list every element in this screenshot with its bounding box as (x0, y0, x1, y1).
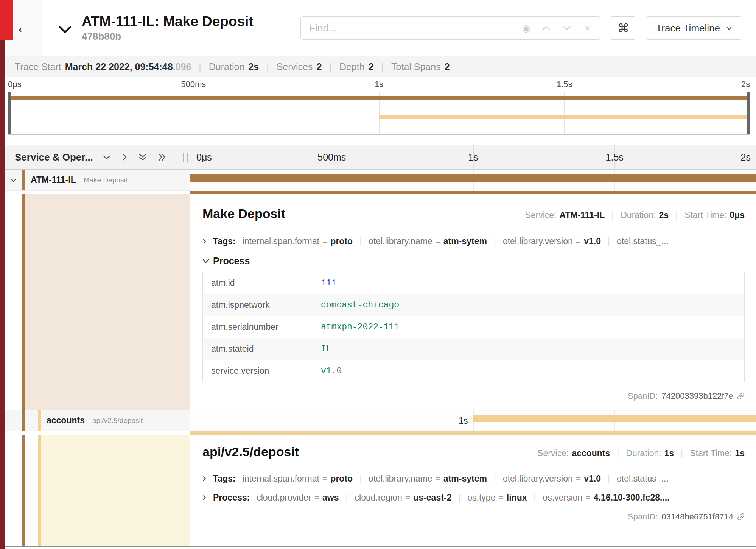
trace-start-fraction: .096 (173, 61, 191, 72)
chevron-down-icon[interactable] (103, 155, 110, 160)
tag-item: os.type=linux (467, 493, 527, 503)
minimap-right-drag-handle[interactable] (747, 92, 750, 134)
separator (381, 61, 384, 72)
tags-toggle-row[interactable]: › Tags: internal.span.format=proto otel.… (202, 229, 745, 250)
service-label: Service: (525, 210, 556, 220)
timeline-tick: 0μs (196, 152, 212, 163)
service-column-header: Service & Oper... (5, 145, 190, 169)
table-row: service.version v1.0 (203, 360, 745, 382)
span-detail-top-border (5, 191, 756, 194)
service-value: accounts (572, 448, 610, 459)
next-match-icon[interactable] (557, 25, 577, 31)
minimap-canvas[interactable] (8, 92, 750, 135)
trace-timeline-page: ← ATM-111-IL: Make Deposit 478b80b ◉ (0, 0, 756, 549)
separator (617, 448, 619, 459)
service-label: Service: (537, 448, 569, 459)
parent-span-color-bar (22, 435, 25, 546)
spanid-value: 742003393b122f7e (661, 391, 733, 401)
window-corner-block (0, 0, 13, 40)
keyboard-shortcuts-button[interactable]: ⌘ (610, 16, 636, 40)
span-detail-titlebar: api/v2.5/deposit Service: accounts Durat… (202, 445, 745, 467)
duration-value: 2s (659, 210, 669, 220)
timeline-column-header: 0μs 500ms 1s 1.5s 2s (190, 145, 756, 169)
span-color-bar (22, 194, 25, 410)
chevron-down-icon (202, 259, 213, 264)
find-box: ◉ × (300, 16, 600, 40)
tags-label: Tags: (213, 474, 236, 484)
grid-header-icons (103, 153, 166, 161)
find-icons: ◉ × (513, 17, 600, 39)
process-toggle-row[interactable]: › Process: cloud.provider=aws cloud.regi… (202, 486, 745, 505)
tag-item: otel.library.name=atm-sytem (369, 236, 487, 246)
tags-label: Tags: (213, 236, 236, 246)
prev-match-icon[interactable] (536, 25, 557, 31)
separator (359, 236, 362, 246)
gridline (332, 410, 332, 431)
trace-title: ATM-111-IL: Make Deposit (82, 14, 254, 30)
timeline-tick: 1.5s (606, 152, 624, 163)
timeline-tick: 2s (741, 152, 751, 163)
span-duration-bar[interactable] (473, 415, 756, 422)
span-detail-left-gutter (5, 194, 190, 410)
tag-item: otel.library.version=v1.0 (503, 474, 601, 484)
timeline-tick: 1s (468, 152, 478, 163)
start-time-value: 0μs (730, 210, 745, 220)
tag-item: cloud.region=us-east-2 (355, 493, 452, 503)
tag-item: internal.span.format=proto (243, 474, 353, 484)
chevron-right-icon: › (202, 473, 213, 482)
total-spans-value: 2 (445, 61, 450, 72)
span-row-accounts[interactable]: accounts api/v2.5/deposit 1s (5, 410, 756, 431)
column-resizer-handle[interactable] (183, 153, 188, 162)
service-value: ATM-111-IL (560, 210, 605, 220)
focus-matches-icon[interactable]: ◉ (516, 23, 536, 34)
span-collapse-chevron-icon[interactable] (10, 178, 17, 182)
span-color-fill (41, 435, 190, 546)
span-service-name: accounts (47, 415, 85, 426)
trace-view-dropdown[interactable]: Trace Timeline (646, 16, 742, 40)
span-detail-meta: Service: accounts Duration: 1s Start Tim… (537, 448, 745, 459)
back-arrow-icon: ← (15, 18, 33, 36)
span-detail-left-gutter (5, 435, 190, 546)
span-color-bar (38, 410, 41, 431)
separator (266, 61, 269, 72)
find-input[interactable] (301, 17, 513, 39)
separator (359, 474, 362, 484)
depth-label: Depth (339, 61, 365, 72)
span-detail-top-border (5, 431, 756, 435)
span-color-fill (25, 194, 190, 410)
span-row-atm[interactable]: ATM-111-IL Make Deposit (5, 170, 756, 191)
trace-start-label: Trace Start (15, 61, 61, 72)
trace-header: ← ATM-111-IL: Make Deposit 478b80b ◉ (5, 0, 756, 56)
minimap-left-drag-handle[interactable] (8, 92, 11, 134)
process-toggle-row[interactable]: Process (202, 250, 745, 272)
command-icon: ⌘ (618, 21, 629, 35)
span-bar-label: 1s (459, 416, 468, 426)
separator (458, 493, 460, 503)
table-row: atm.serialnumber atmxph-2022-111 (203, 316, 745, 338)
service-column-title: Service & Oper... (15, 151, 93, 163)
separator (494, 236, 496, 246)
chevron-right-icon[interactable] (122, 153, 127, 161)
tags-toggle-row[interactable]: › Tags: internal.span.format=proto otel.… (202, 467, 745, 486)
duration-value: 2s (248, 61, 259, 72)
span-duration-bar[interactable] (190, 174, 756, 182)
duration-label: Duration: (626, 448, 661, 459)
tag-item: otel.status_... (617, 474, 675, 484)
copy-spanid-link-icon[interactable] (737, 513, 745, 521)
process-label: Process (213, 256, 250, 267)
tag-item: otel.library.version=v1.0 (503, 236, 601, 246)
trace-collapse-chevron-icon[interactable] (58, 25, 72, 34)
double-chevron-right-icon[interactable] (158, 153, 166, 161)
trace-id: 478b80b (82, 31, 254, 42)
clear-find-icon[interactable]: × (577, 23, 597, 34)
depth-value: 2 (369, 61, 374, 72)
services-value: 2 (317, 61, 322, 72)
span-service-name: ATM-111-IL (31, 175, 76, 185)
grid-header-row: Service & Oper... 0μs (5, 145, 756, 170)
span-detail-body: api/v2.5/deposit Service: accounts Durat… (190, 435, 756, 546)
double-chevron-down-icon[interactable] (138, 153, 147, 161)
tag-item: internal.span.format=proto (243, 236, 353, 246)
minimap-tick: 1s (375, 80, 383, 89)
span-detail-title: Make Deposit (202, 206, 285, 221)
copy-spanid-link-icon[interactable] (737, 392, 745, 400)
